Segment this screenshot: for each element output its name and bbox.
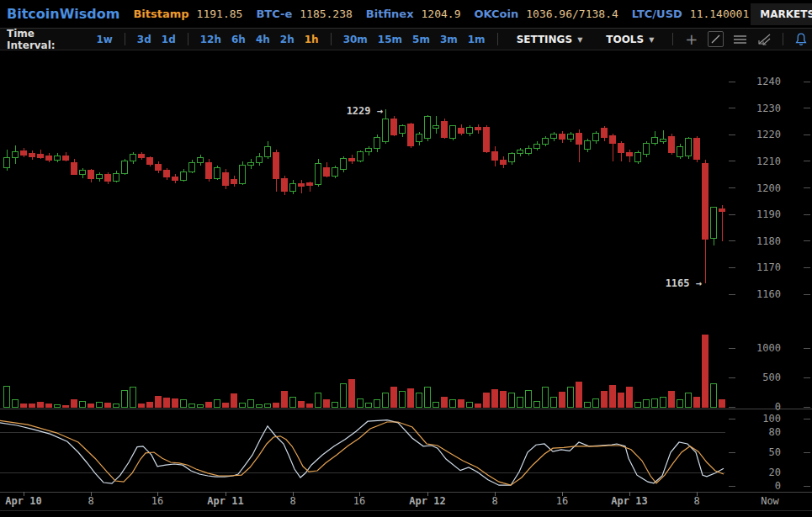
alert-bell-icon[interactable]: [795, 33, 807, 46]
interval-4h[interactable]: 4h: [256, 34, 270, 45]
svg-text:Apr 12: Apr 12: [409, 495, 445, 507]
ticker-market-link[interactable]: Bitstamp: [133, 8, 188, 20]
header: BitcoinWisdom Bitstamp1191.85BTC-e1185.2…: [0, 0, 812, 28]
interval-5m[interactable]: 5m: [412, 34, 430, 45]
ticker: Bitfinex1204.9: [366, 8, 461, 20]
brand-logo[interactable]: BitcoinWisdom: [7, 6, 119, 22]
svg-text:1165 →: 1165 →: [666, 277, 702, 289]
svg-text:1230: 1230: [756, 103, 781, 114]
interval-1m[interactable]: 1m: [468, 34, 486, 45]
ticker-market-link[interactable]: OKCoin: [475, 8, 519, 20]
oscillator-layer: [0, 420, 724, 486]
svg-text:1190: 1190: [756, 208, 781, 220]
svg-text:50: 50: [769, 446, 781, 458]
time-interval-label: Time Interval:: [7, 28, 84, 51]
svg-text:100: 100: [762, 413, 781, 425]
interval-1h[interactable]: 1h: [305, 34, 319, 45]
svg-text:16: 16: [556, 495, 568, 507]
svg-text:1170: 1170: [756, 261, 781, 273]
interval-2h[interactable]: 2h: [280, 34, 295, 45]
svg-text:1220: 1220: [756, 129, 781, 140]
ticker: BTC-e1185.238: [256, 8, 352, 20]
interval-1d[interactable]: 1d: [162, 34, 176, 45]
interval-3m[interactable]: 3m: [440, 34, 458, 45]
price-axis: 1240123012201210120011901180117011601000…: [729, 76, 810, 492]
divider: [125, 33, 125, 45]
svg-text:1240: 1240: [756, 76, 781, 87]
svg-text:1160: 1160: [756, 288, 781, 300]
svg-text:16: 16: [151, 495, 163, 507]
interval-12h[interactable]: 12h: [200, 34, 221, 45]
markets-menu-button[interactable]: MARKETS▼: [751, 3, 812, 25]
ticker-market-link[interactable]: LTC/USD: [632, 8, 682, 20]
svg-text:20: 20: [769, 467, 781, 478]
svg-text:16: 16: [353, 495, 365, 507]
trendline-icon[interactable]: [708, 31, 724, 47]
divider: [672, 33, 673, 45]
fib-arrows-icon[interactable]: [756, 34, 771, 45]
svg-text:Now: Now: [761, 495, 779, 507]
divider: [331, 33, 332, 45]
svg-text:8: 8: [88, 495, 93, 507]
grid-layer: [0, 409, 812, 510]
svg-text:8: 8: [491, 495, 497, 507]
svg-text:1210: 1210: [756, 156, 781, 167]
horizontal-lines-icon[interactable]: [734, 34, 746, 45]
add-icon[interactable]: +: [685, 32, 698, 47]
svg-text:1000: 1000: [756, 342, 781, 354]
interval-1w[interactable]: 1w: [96, 34, 112, 45]
price-chart[interactable]: 1240123012201210120011901180117011601000…: [0, 0, 812, 517]
ticker-market-link[interactable]: Bitfinex: [366, 8, 414, 20]
ticker: Bitstamp1191.85: [133, 8, 242, 20]
time-axis: Apr 10816Apr 11816Apr 12816Apr 138Now: [5, 492, 779, 507]
svg-text:80: 80: [769, 426, 781, 438]
header-menus: MARKETS▼ MINING▼ Login: [749, 3, 812, 25]
interval-6h[interactable]: 6h: [231, 34, 246, 45]
ticker-list: Bitstamp1191.85BTC-e1185.238Bitfinex1204…: [119, 8, 749, 20]
ticker-price-value: 1185.238: [300, 8, 353, 20]
ticker: OKCoin1036.96/7138.4: [475, 8, 618, 20]
svg-text:Apr 10: Apr 10: [5, 495, 41, 507]
divider: [783, 33, 783, 45]
interval-list: 1w3d1d12h6h4h2h1h30m15m5m3m1m: [91, 33, 490, 45]
svg-text:8: 8: [289, 495, 295, 507]
ticker-market-link[interactable]: BTC-e: [256, 8, 292, 20]
ticker-price-value: 11.140001: [690, 8, 749, 20]
svg-text:Apr 13: Apr 13: [611, 495, 647, 507]
candlestick-layer: [4, 109, 725, 283]
interval-30m[interactable]: 30m: [343, 34, 368, 45]
svg-text:1229 →: 1229 →: [347, 105, 383, 117]
chevron-down-icon: ▼: [649, 36, 654, 44]
ticker: LTC/USD11.140001: [632, 8, 749, 20]
divider: [188, 33, 188, 45]
tools-dropdown[interactable]: TOOLS▼: [606, 34, 654, 45]
chevron-down-icon: ▼: [577, 36, 582, 44]
svg-text:500: 500: [762, 372, 781, 383]
ticker-price-value: 1036.96/7138.4: [526, 8, 618, 20]
svg-text:1200: 1200: [756, 182, 781, 194]
svg-text:0: 0: [775, 401, 781, 413]
svg-text:Apr 11: Apr 11: [207, 495, 243, 507]
ticker-price-value: 1204.9: [422, 8, 461, 20]
divider: [497, 33, 498, 45]
svg-text:1180: 1180: [756, 235, 781, 247]
svg-text:8: 8: [693, 495, 699, 507]
toolbar: Time Interval: 1w3d1d12h6h4h2h1h30m15m5m…: [0, 28, 812, 50]
ticker-price-value: 1191.85: [197, 8, 243, 20]
settings-dropdown[interactable]: SETTINGS▼: [517, 34, 583, 45]
svg-text:0: 0: [775, 480, 781, 492]
interval-15m[interactable]: 15m: [378, 34, 402, 45]
volume-layer: [4, 335, 725, 407]
interval-3d[interactable]: 3d: [137, 34, 151, 45]
